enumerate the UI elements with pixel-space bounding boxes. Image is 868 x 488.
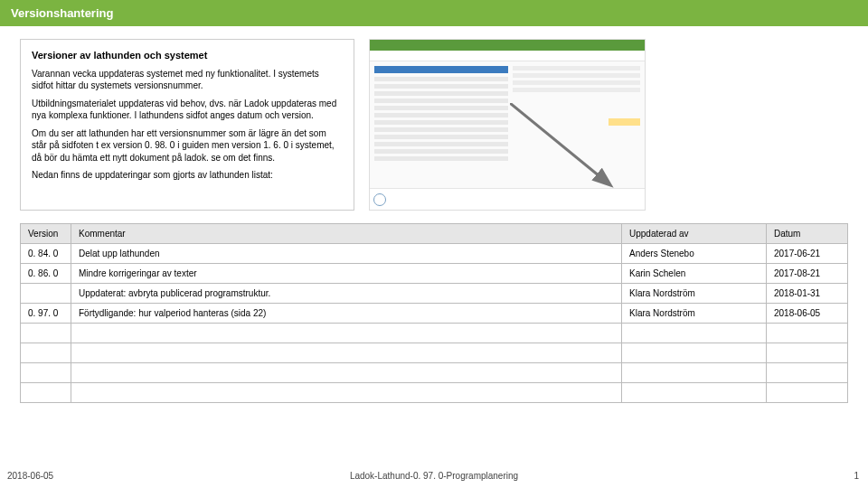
- table-cell-version: [21, 363, 71, 383]
- table-row: [21, 343, 848, 363]
- table-cell-updated_by: [622, 363, 767, 383]
- table-cell-version: 0. 84. 0: [21, 244, 71, 264]
- footer-date: 2018-06-05: [0, 471, 287, 481]
- footer-page: 1: [581, 471, 868, 481]
- th-comment: Kommentar: [71, 224, 622, 244]
- screenshot-thumbnail: [369, 39, 646, 211]
- table-cell-version: 0. 97. 0: [21, 304, 71, 324]
- table-cell-comment: [71, 343, 622, 363]
- table-cell-date: 2018-01-31: [767, 284, 848, 304]
- seal-icon: [373, 193, 386, 206]
- table-row: [21, 363, 848, 383]
- table-cell-version: [21, 383, 71, 403]
- page-title-bar: Versionshantering: [0, 0, 868, 26]
- table-cell-version: [21, 343, 71, 363]
- table-cell-date: 2017-08-21: [767, 264, 848, 284]
- table-cell-comment: [71, 363, 622, 383]
- table-cell-date: 2017-06-21: [767, 244, 848, 264]
- table-row: [21, 324, 848, 343]
- table-row: Uppdaterat: avbryta publicerad programst…: [21, 284, 848, 304]
- table-cell-updated_by: Klara Nordström: [622, 284, 767, 304]
- table-cell-date: [767, 343, 848, 363]
- intro-p1: Varannan vecka uppdateras systemet med n…: [32, 68, 343, 92]
- table-cell-updated_by: [622, 383, 767, 403]
- table-cell-updated_by: [622, 324, 767, 343]
- page-title: Versionshantering: [11, 6, 113, 20]
- footer-center: Ladok-Lathund-0. 97. 0-Programplanering: [287, 471, 581, 481]
- arrow-annotation-icon: [510, 103, 646, 211]
- table-cell-comment: Uppdaterat: avbryta publicerad programst…: [71, 284, 622, 304]
- table-cell-version: [21, 284, 71, 304]
- table-cell-comment: Delat upp lathunden: [71, 244, 622, 264]
- table-row: 0. 97. 0Förtydligande: hur valperiod han…: [21, 304, 848, 324]
- th-date: Datum: [767, 224, 848, 244]
- table-cell-version: 0. 86. 0: [21, 264, 71, 284]
- table-cell-updated_by: Klara Nordström: [622, 304, 767, 324]
- table-cell-date: [767, 363, 848, 383]
- table-row: [21, 383, 848, 403]
- table-header-row: Version Kommentar Uppdaterad av Datum: [21, 224, 848, 244]
- svg-line-0: [510, 103, 609, 184]
- table-cell-comment: Mindre korrigeringar av texter: [71, 264, 622, 284]
- table-cell-date: 2018-06-05: [767, 304, 848, 324]
- table-cell-updated_by: Karin Schelen: [622, 264, 767, 284]
- version-table: Version Kommentar Uppdaterad av Datum 0.…: [20, 223, 848, 403]
- table-cell-comment: [71, 383, 622, 403]
- th-updated-by: Uppdaterad av: [622, 224, 767, 244]
- intro-heading: Versioner av lathunden och systemet: [32, 49, 343, 62]
- table-cell-date: [767, 324, 848, 343]
- table-row: 0. 84. 0Delat upp lathundenAnders Steneb…: [21, 244, 848, 264]
- table-row: 0. 86. 0Mindre korrigeringar av texterKa…: [21, 264, 848, 284]
- th-version: Version: [21, 224, 71, 244]
- intro-p4: Nedan finns de uppdateringar som gjorts …: [32, 169, 343, 182]
- table-cell-comment: Förtydligande: hur valperiod hanteras (s…: [71, 304, 622, 324]
- intro-box: Versioner av lathunden och systemet Vara…: [20, 39, 354, 211]
- table-cell-date: [767, 383, 848, 403]
- table-cell-comment: [71, 324, 622, 343]
- table-cell-updated_by: [622, 343, 767, 363]
- intro-p2: Utbildningsmaterialet uppdateras vid beh…: [32, 98, 343, 122]
- footer: 2018-06-05 Ladok-Lathund-0. 97. 0-Progra…: [0, 471, 868, 481]
- table-cell-updated_by: Anders Stenebo: [622, 244, 767, 264]
- intro-p3: Om du ser att lathunden har ett versions…: [32, 127, 343, 164]
- table-cell-version: [21, 324, 71, 343]
